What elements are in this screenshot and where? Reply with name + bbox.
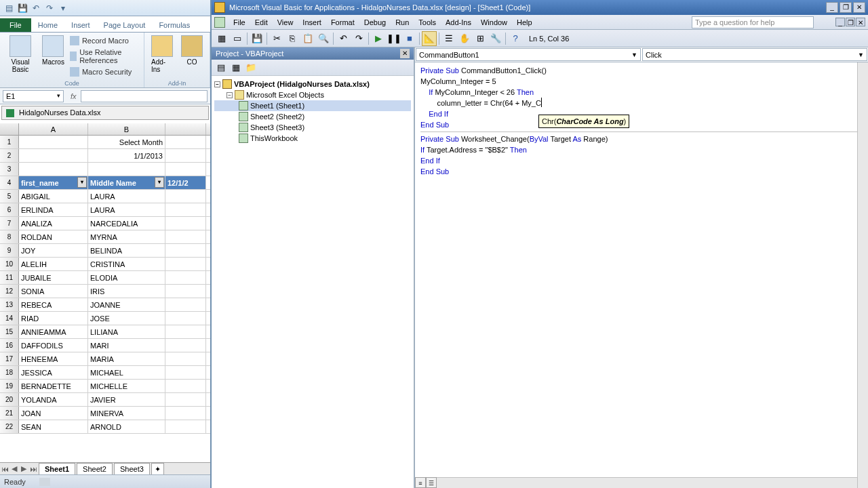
cell[interactable]: DAFFODILS xyxy=(19,339,88,352)
cell[interactable]: ROLDAN xyxy=(19,230,88,243)
prev-sheet-icon[interactable]: ◀ xyxy=(9,464,19,473)
menu-edit[interactable]: Edit xyxy=(251,17,272,28)
cell[interactable] xyxy=(165,352,206,365)
fx-icon[interactable]: fx xyxy=(71,92,77,100)
cell[interactable] xyxy=(165,163,206,176)
cell[interactable]: ERLINDA xyxy=(19,203,88,216)
cell[interactable]: CRISTINA xyxy=(88,258,165,270)
vertical-scrollbar[interactable] xyxy=(857,62,868,488)
row-header[interactable]: 7 xyxy=(0,217,19,230)
cell[interactable] xyxy=(165,298,206,311)
cell[interactable]: LAURA xyxy=(88,203,165,216)
procedure-dropdown[interactable]: Click▼ xyxy=(642,48,867,61)
procedure-view-button[interactable]: ≡ xyxy=(415,477,426,488)
home-tab[interactable]: Home xyxy=(31,18,64,32)
row-header[interactable]: 19 xyxy=(0,380,19,392)
cell[interactable] xyxy=(165,393,206,406)
minimize-button[interactable]: _ xyxy=(826,2,838,13)
row-header[interactable]: 10 xyxy=(0,258,19,270)
macro-record-icon[interactable] xyxy=(39,478,50,486)
help-search[interactable]: Type a question for help xyxy=(692,16,814,28)
row-header[interactable]: 8 xyxy=(0,230,19,243)
cell[interactable] xyxy=(165,258,206,270)
row-header[interactable]: 4 xyxy=(0,176,19,189)
relative-ref-button[interactable]: Use Relative References xyxy=(70,47,140,65)
find-button[interactable]: 🔍 xyxy=(316,31,331,46)
sheet-tab-2[interactable]: Sheet2 xyxy=(77,463,113,474)
menu-insert[interactable]: Insert xyxy=(298,17,326,28)
menu-window[interactable]: Window xyxy=(477,17,511,28)
select-all-corner[interactable] xyxy=(0,123,19,135)
filter-dropdown-icon[interactable]: ▾ xyxy=(155,177,164,188)
col-header-c[interactable] xyxy=(165,123,206,135)
row-header[interactable]: 3 xyxy=(0,163,19,176)
first-sheet-icon[interactable]: ⏮ xyxy=(0,465,9,473)
cell[interactable]: MICHAEL xyxy=(88,366,165,379)
formula-bar[interactable] xyxy=(81,90,208,102)
copy-button[interactable]: ⎘ xyxy=(285,31,300,46)
object-browser-button[interactable]: ⊞ xyxy=(473,31,488,46)
toggle-folders-button[interactable]: 📁 xyxy=(244,62,258,74)
sheet-tab-3[interactable]: Sheet3 xyxy=(114,463,150,474)
row-header[interactable]: 1 xyxy=(0,136,19,148)
reset-button[interactable]: ■ xyxy=(402,31,417,46)
menu-addins[interactable]: Add-Ins xyxy=(441,17,475,28)
page-layout-tab[interactable]: Page Layout xyxy=(97,18,153,32)
menu-help[interactable]: Help xyxy=(513,17,536,28)
cell[interactable] xyxy=(165,325,206,338)
cell[interactable] xyxy=(165,149,206,162)
filter-dropdown-icon[interactable]: ▾ xyxy=(77,177,87,188)
insert-module-button[interactable]: ▭ xyxy=(230,31,245,46)
cell[interactable] xyxy=(165,244,206,257)
row-header[interactable]: 21 xyxy=(0,407,19,420)
tree-sheet3[interactable]: Sheet3 (Sheet3) xyxy=(214,122,411,133)
row-header[interactable]: 5 xyxy=(0,190,19,203)
cell[interactable]: BELINDA xyxy=(88,244,165,257)
cell[interactable]: SEAN xyxy=(19,420,88,433)
row-header[interactable]: 14 xyxy=(0,312,19,325)
row-header[interactable]: 2 xyxy=(0,149,19,162)
com-addins-button[interactable]: CO xyxy=(178,34,205,86)
menu-tools[interactable]: Tools xyxy=(414,17,440,28)
cell[interactable] xyxy=(165,366,206,379)
paste-button[interactable]: 📋 xyxy=(300,31,315,46)
cell[interactable]: BERNADETTE xyxy=(19,380,88,392)
row-header[interactable]: 6 xyxy=(0,203,19,216)
row-header[interactable]: 20 xyxy=(0,393,19,406)
cell[interactable]: JOAN xyxy=(19,407,88,420)
row-header[interactable]: 9 xyxy=(0,244,19,257)
macro-security-button[interactable]: Macro Security xyxy=(70,66,140,77)
cell[interactable]: MARIA xyxy=(88,352,165,365)
child-close-button[interactable]: ✕ xyxy=(856,18,865,26)
menu-file[interactable]: File xyxy=(229,17,250,28)
cell[interactable]: ARNOLD xyxy=(88,420,165,433)
file-tab[interactable]: File xyxy=(0,18,31,32)
close-pane-button[interactable]: ✕ xyxy=(400,49,410,58)
design-mode-button[interactable]: 📐 xyxy=(422,31,437,46)
row-header[interactable]: 11 xyxy=(0,271,19,284)
cut-button[interactable]: ✂ xyxy=(269,31,284,46)
menu-view[interactable]: View xyxy=(273,17,298,28)
record-macro-button[interactable]: Record Macro xyxy=(70,35,140,46)
cell[interactable] xyxy=(165,271,206,284)
cell[interactable]: JOY xyxy=(19,244,88,257)
tree-folder-objects[interactable]: − Microsoft Excel Objects xyxy=(214,89,411,100)
cell[interactable]: JAVIER xyxy=(88,393,165,406)
cell[interactable]: YOLANDA xyxy=(19,393,88,406)
next-sheet-icon[interactable]: ▶ xyxy=(19,464,28,473)
redo-button[interactable]: ↷ xyxy=(351,31,366,46)
horizontal-scrollbar[interactable]: ≡ ☰ xyxy=(415,477,857,488)
sheet-tab-1[interactable]: Sheet1 xyxy=(39,463,75,474)
cell[interactable] xyxy=(88,163,165,176)
macros-button[interactable]: Macros xyxy=(39,34,67,86)
project-explorer-button[interactable]: ☰ xyxy=(441,31,456,46)
cell[interactable]: 12/1/2 xyxy=(165,176,206,189)
cell[interactable]: JUBAILE xyxy=(19,271,88,284)
collapse-icon[interactable]: − xyxy=(226,92,233,98)
cell[interactable]: REBECA xyxy=(19,298,88,311)
full-module-view-button[interactable]: ☰ xyxy=(426,477,437,488)
menu-format[interactable]: Format xyxy=(327,17,359,28)
cell[interactable]: ABIGAIL xyxy=(19,190,88,203)
cell[interactable] xyxy=(165,407,206,420)
qat-dropdown-icon[interactable]: ▾ xyxy=(57,2,69,14)
